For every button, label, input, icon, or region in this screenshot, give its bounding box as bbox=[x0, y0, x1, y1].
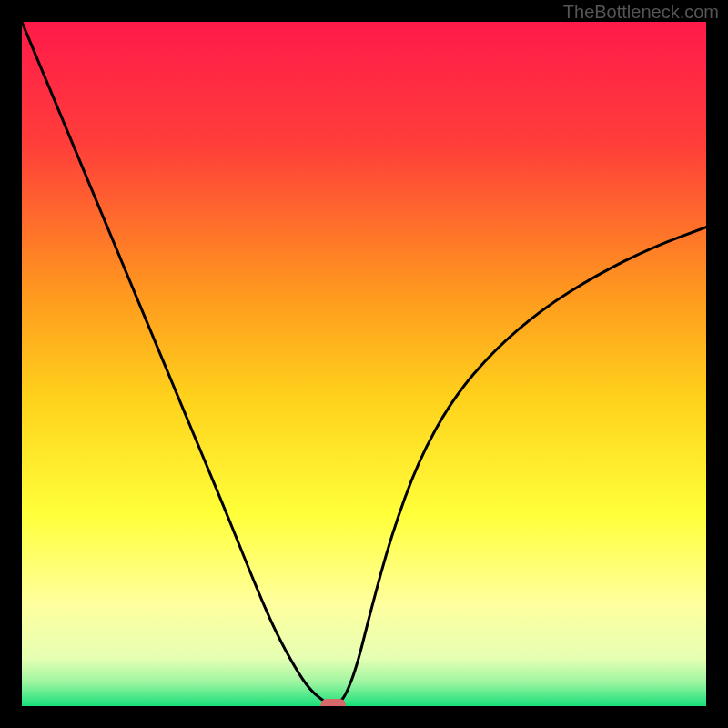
bottleneck-chart bbox=[22, 22, 706, 706]
chart-svg bbox=[22, 22, 706, 706]
svg-rect-0 bbox=[22, 22, 706, 706]
watermark-text: TheBottleneck.com bbox=[563, 2, 719, 23]
min-point-marker bbox=[320, 699, 346, 706]
